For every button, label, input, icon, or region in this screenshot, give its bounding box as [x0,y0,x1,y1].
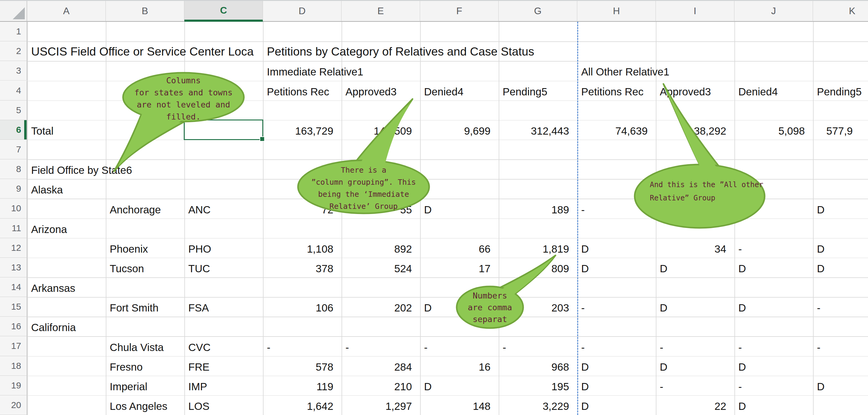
callout-shapes [0,0,868,415]
callout-comma-separated-text[interactable]: Numbers are comma separat [457,290,523,325]
callout-all-other-relative-shape[interactable] [635,84,765,228]
callout-all-other-relative-text[interactable]: And this is the ”All other Relative” Gro… [650,178,771,205]
callout-immediate-relative-text[interactable]: There is a ”column grouping”. This being… [298,164,429,212]
callout-states-towns-text[interactable]: Columns for states and towns are not lev… [123,74,244,123]
spreadsheet-stage: ABCDEFGHIJK12345678910111213141516171819… [0,0,868,415]
